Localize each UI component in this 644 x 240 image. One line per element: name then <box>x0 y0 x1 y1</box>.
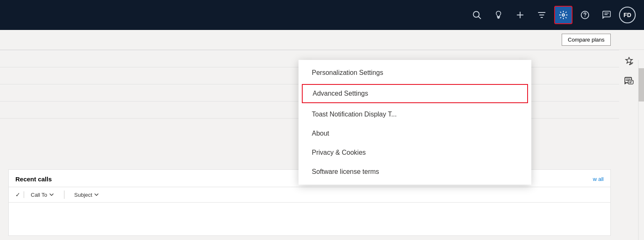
main-content: Compare plans Recent ca <box>0 30 644 240</box>
feedback-chat-icon[interactable] <box>597 6 616 24</box>
help-icon[interactable] <box>576 6 594 24</box>
scrollbar-thumb[interactable] <box>639 68 644 101</box>
scrollbar-track <box>638 60 644 240</box>
extensions-icon[interactable] <box>622 55 636 68</box>
advanced-settings-item[interactable]: Advanced Settings <box>302 84 528 103</box>
add-icon[interactable] <box>511 6 529 24</box>
privacy-cookies-item[interactable]: Privacy & Cookies <box>299 143 531 162</box>
svg-point-4 <box>562 14 565 16</box>
call-to-column-header[interactable]: Call To <box>31 192 54 198</box>
about-item[interactable]: About <box>299 124 531 143</box>
call-to-dropdown-icon <box>49 192 54 197</box>
settings-dropdown-menu: Personalization Settings Advanced Settin… <box>299 60 531 185</box>
column-separator <box>64 191 64 199</box>
svg-point-6 <box>585 16 585 17</box>
toast-notification-item[interactable]: Toast Notification Display T... <box>299 105 531 124</box>
select-all-checkbox[interactable]: ✓ <box>15 191 24 198</box>
table-header-row: ✓ Call To Subject <box>9 187 610 203</box>
chat-feedback-icon[interactable] <box>622 75 636 88</box>
topbar: FD <box>0 0 644 30</box>
svg-rect-9 <box>628 80 633 84</box>
recent-calls-title: Recent calls <box>15 176 52 183</box>
lightbulb-icon[interactable] <box>489 6 508 24</box>
compare-plans-button[interactable]: Compare plans <box>562 34 611 46</box>
settings-icon[interactable] <box>554 6 572 24</box>
user-avatar[interactable]: FD <box>619 7 636 23</box>
svg-rect-7 <box>603 11 610 17</box>
software-license-item[interactable]: Software license terms <box>299 162 531 181</box>
side-icons-panel <box>622 55 636 88</box>
personalization-settings-item[interactable]: Personalization Settings <box>299 63 531 82</box>
svg-line-1 <box>479 17 481 19</box>
subject-column-header[interactable]: Subject <box>74 192 99 198</box>
filter-icon[interactable] <box>533 6 551 24</box>
search-icon[interactable] <box>468 6 486 24</box>
view-all-link[interactable]: w all <box>593 176 604 182</box>
subject-dropdown-icon <box>94 192 99 197</box>
content-header: Compare plans <box>0 30 644 50</box>
